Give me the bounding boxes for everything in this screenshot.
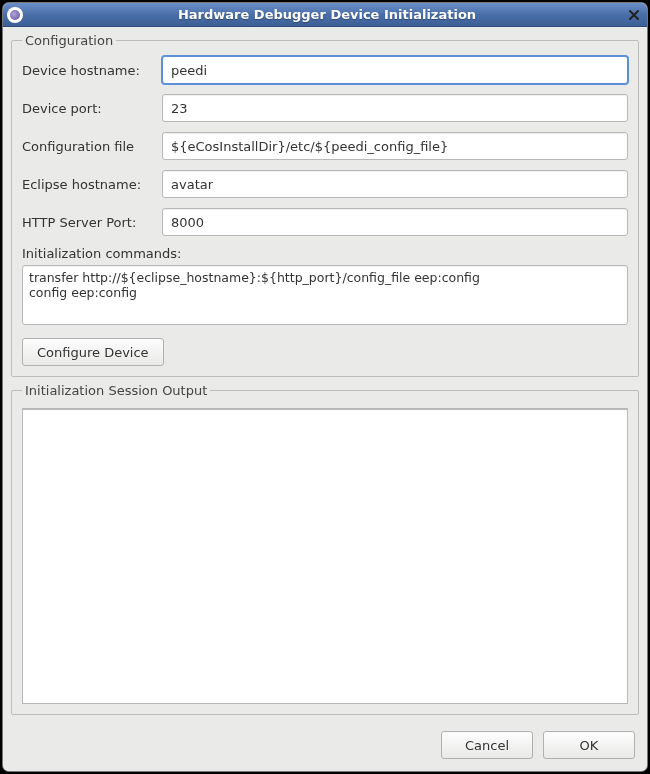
dialog-content: Configuration Device hostname: Device po…: [3, 27, 647, 771]
device-hostname-input[interactable]: [162, 56, 628, 84]
configure-device-button[interactable]: Configure Device: [22, 338, 164, 366]
close-icon[interactable]: [625, 6, 643, 24]
cancel-button[interactable]: Cancel: [441, 731, 533, 759]
configuration-legend: Configuration: [22, 33, 116, 48]
label-init-commands: Initialization commands:: [22, 246, 628, 261]
label-http-port: HTTP Server Port:: [22, 215, 162, 230]
output-legend: Initialization Session Output: [22, 383, 210, 398]
init-commands-textarea[interactable]: [22, 265, 628, 325]
output-group: Initialization Session Output: [11, 383, 639, 715]
eclipse-icon: [7, 7, 23, 23]
titlebar[interactable]: Hardware Debugger Device Initialization: [3, 3, 647, 27]
device-port-input[interactable]: [162, 94, 628, 122]
label-device-hostname: Device hostname:: [22, 63, 162, 78]
label-config-file: Configuration file: [22, 139, 162, 154]
ok-button[interactable]: OK: [543, 731, 635, 759]
dialog-footer: Cancel OK: [11, 721, 639, 763]
row-config-file: Configuration file: [22, 132, 628, 160]
eclipse-hostname-input[interactable]: [162, 170, 628, 198]
configuration-group: Configuration Device hostname: Device po…: [11, 33, 639, 377]
output-area: [22, 408, 628, 704]
window-title: Hardware Debugger Device Initialization: [29, 7, 625, 22]
row-device-hostname: Device hostname:: [22, 56, 628, 84]
label-eclipse-hostname: Eclipse hostname:: [22, 177, 162, 192]
row-eclipse-hostname: Eclipse hostname:: [22, 170, 628, 198]
label-device-port: Device port:: [22, 101, 162, 116]
dialog-window: Hardware Debugger Device Initialization …: [3, 3, 647, 771]
config-file-input[interactable]: [162, 132, 628, 160]
http-port-input[interactable]: [162, 208, 628, 236]
row-device-port: Device port:: [22, 94, 628, 122]
row-http-port: HTTP Server Port:: [22, 208, 628, 236]
